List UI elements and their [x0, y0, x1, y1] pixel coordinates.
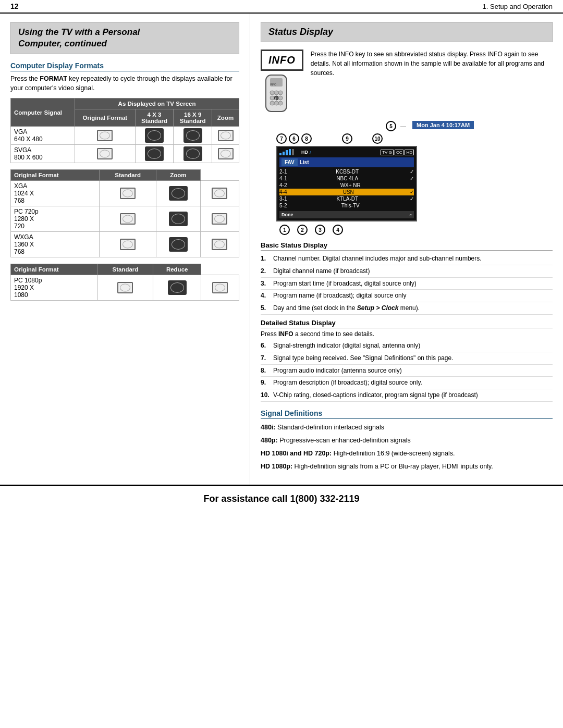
info-box: INFO [261, 50, 303, 71]
screen-diagram: 5 — Mon Jan 4 10:17AM 7 6 8 9 10 [261, 121, 553, 235]
cell-wxga-zoom [200, 232, 239, 257]
detailed-status-list: 6.Signal-strength indicator (digital sig… [261, 340, 553, 402]
basic-status-list: 1.Channel number. Digital channel includ… [261, 253, 553, 315]
svg-rect-15 [286, 150, 288, 155]
rating-indicators: TV-G CC HD [381, 150, 414, 155]
svg-point-11 [278, 101, 283, 105]
computer-display-formats-heading: Computer Display Formats [10, 61, 239, 71]
list-item: 3.Program start time (if broadcast, digi… [261, 278, 553, 290]
channel-row-3: 4-2 WX+ NR [279, 182, 414, 189]
label-pc720p: PC 720p1280 X720 [11, 206, 100, 232]
right-title: Status Display [268, 27, 545, 38]
label-svga: SVGA800 X 600 [11, 145, 75, 163]
done-label: Done [282, 212, 293, 217]
list-item: 5.Day and time (set clock in the Setup >… [261, 302, 553, 315]
callout-5-row: 5 — Mon Jan 4 10:17AM [386, 121, 553, 131]
ch-num: 4-2 [279, 182, 287, 188]
desc-label: e [410, 213, 412, 217]
screen-outer: HD ♪ TV-G CC HD FAV List [276, 146, 417, 221]
ch-name: KTLA-DT [336, 196, 358, 202]
ch-name: USN [343, 189, 354, 195]
signal-definitions-heading: Signal Definitions [261, 409, 553, 419]
table-row: PC 1080p1920 X1080 [11, 275, 239, 301]
detailed-intro: Press INFO a second time to see details. [261, 330, 553, 338]
basic-status-heading: Basic Status Display [261, 241, 553, 251]
label-xga: XGA1024 X768 [11, 181, 100, 206]
cell-svga-4x3 [135, 145, 174, 163]
ch-num: 3-1 [279, 196, 287, 202]
list-item: 1.Channel number. Digital channel includ… [261, 253, 553, 265]
ch-num: 4-1 [279, 176, 287, 181]
list-item: 6.Signal-strength indicator (digital sig… [261, 340, 553, 352]
fav-label: FAV [282, 158, 298, 166]
channel-row-5: 3-1 KTLA-DT ✓ [279, 195, 414, 202]
page-number: 12 [10, 2, 19, 10]
svg-point-8 [278, 96, 283, 100]
channel-list: 2-1 KCBS-DT ✓ 4-1 NBC 4LA ✓ 4-2 WX+ NR [279, 168, 414, 209]
table-row: VGA640 X 480 [11, 127, 239, 145]
th3-reduce: Reduce [153, 264, 201, 275]
ch-name: WX+ NR [340, 182, 361, 188]
channel-row-1: 2-1 KCBS-DT ✓ [279, 168, 414, 175]
callout-6: 6 [289, 133, 299, 144]
cell-svga-16x9 [174, 145, 212, 163]
channel-row-6: 5-2 This-TV [279, 202, 414, 209]
list-item: 4.Program name (if broadcast); digital s… [261, 290, 553, 302]
vchip-rating: TV-G [381, 150, 394, 155]
label-vga: VGA640 X 480 [11, 127, 75, 145]
list-item: 9.Program description (if broadcast); di… [261, 377, 553, 389]
signal-definitions-content: 480i: Standard-definition interlaced sig… [261, 422, 553, 472]
cell-svga-zoom [212, 145, 239, 163]
remote-icon: i INFO [261, 74, 292, 116]
date-display: Mon Jan 4 10:17AM [412, 121, 474, 129]
svg-point-9 [270, 101, 274, 105]
callout-10: 10 [372, 133, 383, 144]
callout-1: 1 [279, 225, 290, 235]
cell-vga-4x3 [135, 127, 174, 145]
cell-vga-16x9 [174, 127, 212, 145]
signal-def-hd1080i: HD 1080i and HD 720p: High-definition 16… [261, 448, 553, 459]
left-title: Using the TV with a Personal Computer, c… [18, 27, 231, 50]
channel-row-4-highlighted: 4-4 USN ✓ [279, 189, 414, 195]
signal-type-box: HD [405, 150, 414, 155]
label-wxga: WXGA1360 X768 [11, 232, 100, 257]
fav-list-header: FAV List [279, 157, 414, 167]
callout-top-row: 7 6 8 9 10 [276, 133, 553, 144]
main-content: Using the TV with a Personal Computer, c… [0, 14, 563, 485]
check-mark: ✓ [410, 189, 414, 195]
th-4x3: 4 X 3Standard [135, 109, 174, 127]
svg-rect-17 [292, 149, 294, 155]
callout-2: 2 [297, 225, 308, 235]
detailed-status-heading: Detailed Status Display [261, 319, 553, 328]
left-column: Using the TV with a Personal Computer, c… [0, 14, 250, 485]
table-row: WXGA1360 X768 [11, 232, 239, 257]
svg-point-3 [274, 91, 278, 95]
callout-bottom-row: 1 2 3 4 [279, 225, 553, 235]
label-pc1080p: PC 1080p1920 X1080 [11, 275, 98, 301]
th2-standard: Standard [100, 170, 156, 181]
right-section-title: Status Display [261, 22, 553, 42]
cell-pc720p-zoom [200, 206, 239, 232]
table-row: XGA1024 X768 [11, 181, 239, 206]
cell-vga-orig [75, 127, 136, 145]
screen-bottom-bar: Done e [279, 211, 414, 218]
left-section-title: Using the TV with a Personal Computer, c… [10, 22, 239, 54]
svg-rect-13 [279, 153, 282, 155]
signal-def-480i: 480i: Standard-definition interlaced sig… [261, 422, 553, 433]
cell-pc1080p-orig [97, 275, 153, 301]
table-row: SVGA800 X 600 [11, 145, 239, 163]
callout-7: 7 [276, 133, 287, 144]
cell-vga-zoom [212, 127, 239, 145]
cell-svga-orig [75, 145, 136, 163]
list-item: 8.Program audio indicator (antenna sourc… [261, 365, 553, 377]
cell-xga-std [156, 181, 201, 206]
svg-text:i: i [275, 97, 276, 101]
footer-text: For assistance call 1(800) 332-2119 [203, 493, 359, 504]
signal-def-hd1080p: HD 1080p: High-definition signals from a… [261, 461, 553, 472]
callout-5: 5 [386, 121, 396, 131]
audio-indicator: ♪ [309, 150, 312, 155]
right-column: Status Display INFO i [250, 14, 563, 485]
ch-name: NBC 4LA [336, 176, 358, 181]
signal-indicators: HD ♪ [279, 149, 312, 155]
cell-pc1080p-reduce [201, 275, 239, 301]
